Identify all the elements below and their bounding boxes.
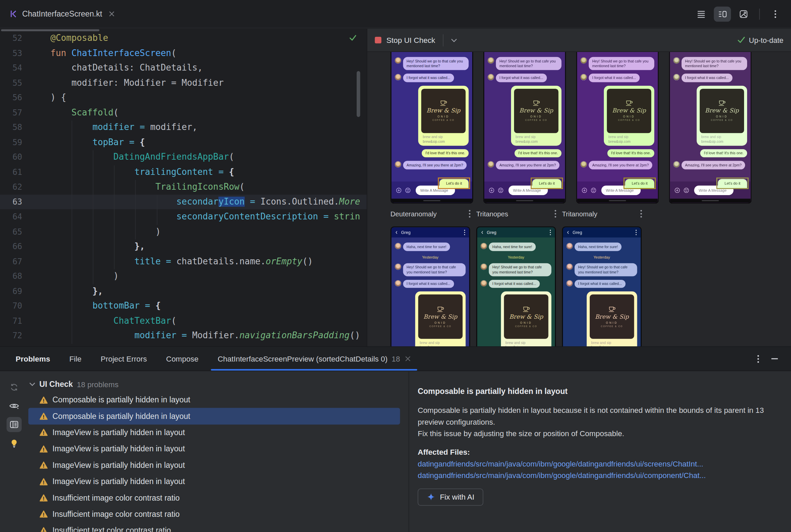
fix-with-ai-button[interactable]: Fix with AI bbox=[418, 489, 484, 506]
tab-file[interactable]: File bbox=[60, 347, 91, 370]
emoji-icon[interactable] bbox=[591, 187, 596, 193]
affected-file-link[interactable]: datingandfriends/src/main/java/com/ibm/g… bbox=[418, 458, 776, 469]
code-line[interactable]: 58 modifier = modifier, bbox=[0, 120, 367, 135]
code-line[interactable]: 52@Composable bbox=[0, 31, 367, 45]
problem-item[interactable]: Insufficient image color contrast ratio bbox=[29, 490, 400, 506]
code-line[interactable]: 72 modifier = Modifier.navigationBarsPad… bbox=[0, 328, 367, 343]
preview-phone-top-2[interactable]: Hey! Should we go to that cafe you menti… bbox=[483, 52, 566, 204]
problem-description: Composable is partially hidden in layout… bbox=[418, 404, 776, 439]
variant-menu-icon[interactable] bbox=[554, 210, 556, 218]
chat-bubble: I'd love that! It's this one. bbox=[515, 149, 561, 158]
cafe-image: Brew & Sip ONID COFFEE & CO bbox=[590, 295, 634, 339]
code-line[interactable]: 69 }, bbox=[0, 284, 367, 299]
cafe-sub: ONID bbox=[437, 115, 449, 118]
check-icon bbox=[738, 37, 745, 43]
emoji-icon[interactable] bbox=[405, 187, 410, 193]
problem-item[interactable]: ImageView is partially hidden in layout bbox=[29, 457, 400, 473]
cafe-brand: Brew & Sip bbox=[705, 107, 739, 114]
details-panel-icon[interactable] bbox=[6, 417, 22, 432]
editor-scrollbar[interactable] bbox=[357, 71, 360, 117]
chat-menu-icon[interactable] bbox=[464, 230, 466, 235]
design-view-icon[interactable] bbox=[735, 6, 752, 22]
code-line[interactable]: 73 onAddClick = {} bbox=[0, 343, 367, 346]
problem-item[interactable]: Insufficient text color contrast ratio bbox=[29, 522, 400, 532]
stop-ui-check-button[interactable]: Stop UI Check bbox=[375, 36, 435, 44]
preview-phone-top-3[interactable]: Hey! Should we go to that cafe you menti… bbox=[576, 52, 659, 204]
code-line[interactable]: 60 DatingAndFriendsAppBar( bbox=[0, 150, 367, 165]
problem-item[interactable]: Composable is partially hidden in layout bbox=[29, 392, 400, 408]
file-tab[interactable]: ChatInterfaceScreen.kt bbox=[0, 0, 121, 28]
code-line[interactable]: 61 trailingContent = { bbox=[0, 165, 367, 179]
minimize-icon[interactable] bbox=[771, 358, 778, 359]
add-attachment-icon[interactable] bbox=[675, 187, 680, 193]
code-text: topBar = { bbox=[22, 135, 145, 150]
ide-window: ChatInterfaceScreen.kt 52@Compos bbox=[0, 0, 791, 532]
code-line[interactable]: 59 topBar = { bbox=[0, 135, 367, 150]
emoji-icon[interactable] bbox=[684, 187, 689, 193]
chat-bubble: Hey! Should we go to that cafe you menti… bbox=[403, 57, 468, 70]
chat-message: Amazing, I'll see you there at 2pm? bbox=[577, 161, 658, 169]
code-line[interactable]: 70 bottomBar = { bbox=[0, 299, 367, 313]
code-line[interactable]: 64 secondaryContentDescription = strin bbox=[0, 209, 367, 224]
code-editor[interactable]: 52@Composable53fun ChatInterfaceScreen(5… bbox=[0, 29, 367, 346]
tab-problems[interactable]: Problems bbox=[6, 347, 60, 370]
code-line[interactable]: 56) { bbox=[0, 90, 367, 105]
problem-item[interactable]: ImageView is partially hidden in layout bbox=[29, 424, 400, 440]
tab-close-icon[interactable] bbox=[109, 11, 114, 17]
tab-project-errors[interactable]: Project Errors bbox=[91, 347, 157, 370]
back-icon[interactable] bbox=[395, 231, 398, 234]
preview-phone-tritanomaly[interactable]: Greg Haha, next time for sure!YesterdayH… bbox=[562, 227, 642, 346]
problem-item[interactable]: Insufficient image color contrast ratio bbox=[29, 506, 400, 522]
code-line[interactable]: 53fun ChatInterfaceScreen( bbox=[0, 45, 367, 60]
split-view-icon[interactable] bbox=[714, 6, 731, 22]
preview-phone-deuteranomaly[interactable]: Greg Haha, next time for sure!YesterdayH… bbox=[390, 227, 470, 346]
tab-compose[interactable]: Compose bbox=[157, 347, 208, 370]
code-line[interactable]: 63 secondaryIcon = Icons.Outlined.More bbox=[0, 194, 367, 209]
affected-file-link[interactable]: datingandfriends/src/main/java/com/ibm/g… bbox=[418, 470, 776, 481]
refresh-icon[interactable] bbox=[6, 380, 22, 395]
code-line[interactable]: 66 }, bbox=[0, 239, 367, 254]
chevron-down-icon[interactable] bbox=[451, 38, 457, 42]
code-line[interactable]: 57 Scaffold( bbox=[0, 105, 367, 120]
code-line[interactable]: 71 ChatTextBar( bbox=[0, 313, 367, 328]
preview-filter-eye-icon[interactable] bbox=[6, 398, 22, 414]
problem-details: Composable is partially hidden in layout… bbox=[409, 372, 791, 532]
variant-menu-icon[interactable] bbox=[469, 210, 471, 218]
code-line[interactable]: 67 title = chatDetails.name.orEmpty() bbox=[0, 254, 367, 269]
code-line[interactable]: 62 TrailingIconsRow( bbox=[0, 179, 367, 194]
chat-menu-icon[interactable] bbox=[550, 230, 552, 235]
preview-phone-top-1[interactable]: Hey! Should we go to that cafe you menti… bbox=[390, 52, 473, 204]
preview-phone-top-4[interactable]: Hey! Should we go to that cafe you menti… bbox=[669, 52, 752, 204]
indent-guide bbox=[157, 195, 158, 225]
back-icon[interactable] bbox=[481, 231, 484, 234]
variant-menu-icon[interactable] bbox=[640, 210, 642, 218]
code-line[interactable]: 54 chatDetails: ChatDetails, bbox=[0, 60, 367, 75]
code-line[interactable]: 65 ) bbox=[0, 224, 367, 239]
add-attachment-icon[interactable] bbox=[396, 187, 401, 193]
quick-fix-lightbulb-icon[interactable] bbox=[6, 435, 22, 451]
add-attachment-icon[interactable] bbox=[582, 187, 587, 193]
panel-options-icon[interactable] bbox=[757, 355, 759, 363]
avatar bbox=[395, 280, 401, 286]
close-icon[interactable] bbox=[405, 356, 410, 361]
ui-check-group-row[interactable]: UI Check 18 problems bbox=[29, 377, 409, 392]
code-view-icon[interactable] bbox=[693, 6, 710, 22]
collapse-chevron-icon[interactable] bbox=[30, 382, 35, 386]
back-icon[interactable] bbox=[566, 231, 569, 234]
inspection-ok-icon[interactable] bbox=[349, 34, 357, 41]
preview-canvas[interactable]: Hey! Should we go to that cafe you menti… bbox=[367, 52, 791, 346]
emoji-icon[interactable] bbox=[498, 187, 503, 193]
toolbar-separator bbox=[759, 8, 759, 20]
problem-item[interactable]: ImageView is partially hidden in layout bbox=[29, 473, 400, 490]
code-line[interactable]: 55 modifier: Modifier = Modifier bbox=[0, 75, 367, 90]
chat-menu-icon[interactable] bbox=[635, 230, 637, 235]
tab-ui-check-preview[interactable]: ChatInterfaceScreenPreview (sortedChatDe… bbox=[208, 347, 420, 370]
cafe-image: Brew & Sip ONID COFFEE & CO bbox=[504, 295, 548, 339]
preview-phone-tritanopes[interactable]: Greg Haha, next time for sure!YesterdayH… bbox=[476, 227, 556, 346]
problem-item[interactable]: Composable is partially hidden in layout bbox=[29, 408, 400, 424]
warning-icon bbox=[39, 461, 48, 470]
add-attachment-icon[interactable] bbox=[489, 187, 494, 193]
more-menu-icon[interactable] bbox=[767, 6, 784, 22]
code-line[interactable]: 68 ) bbox=[0, 269, 367, 284]
problem-item[interactable]: ImageView is partially hidden in layout bbox=[29, 441, 400, 457]
